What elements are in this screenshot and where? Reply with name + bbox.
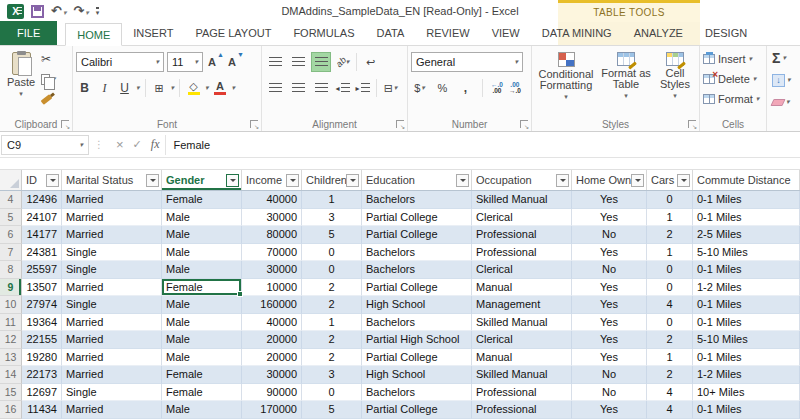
- column-header-marital_status[interactable]: Marital Status: [62, 170, 162, 190]
- cell-gender-row8[interactable]: Male: [162, 261, 242, 279]
- cell-home_owner-row8[interactable]: No: [572, 261, 647, 279]
- paste-button[interactable]: Paste ▾: [3, 49, 39, 115]
- row-number-7[interactable]: 7: [0, 244, 22, 262]
- cell-id-row16[interactable]: 11434: [22, 401, 62, 419]
- cell-education-row9[interactable]: Partial College: [362, 279, 472, 297]
- conditional-formatting-button[interactable]: Conditional Formatting ▾: [535, 49, 597, 115]
- dialog-launcher-font[interactable]: [250, 120, 258, 128]
- cancel-entry-button[interactable]: ×: [116, 137, 124, 152]
- filter-button-marital_status[interactable]: [146, 174, 159, 187]
- cell-cars-row13[interactable]: 1: [647, 349, 693, 367]
- autosum-button[interactable]: Σ▾: [770, 48, 800, 68]
- cell-cars-row15[interactable]: 4: [647, 384, 693, 402]
- cell-occupation-row6[interactable]: Professional: [472, 226, 572, 244]
- wrap-text-button[interactable]: ↩: [362, 53, 379, 72]
- decrease-font-size-button[interactable]: A▼: [226, 53, 243, 72]
- cell-children-row7[interactable]: 0: [302, 244, 362, 262]
- cell-children-row8[interactable]: 0: [302, 261, 362, 279]
- align-left-button[interactable]: [265, 78, 285, 98]
- comma-style-button[interactable]: ,: [457, 79, 474, 98]
- cell-cars-row11[interactable]: 0: [647, 314, 693, 332]
- cell-id-row4[interactable]: 12496: [22, 191, 62, 209]
- cell-marital_status-row14[interactable]: Married: [62, 366, 162, 384]
- cell-education-row5[interactable]: Partial College: [362, 209, 472, 227]
- cell-commute_distance-row15[interactable]: 10+ Miles: [693, 384, 800, 402]
- borders-button[interactable]: ⊞: [151, 79, 168, 98]
- cell-income-row5[interactable]: 30000: [242, 209, 302, 227]
- column-header-education[interactable]: Education: [362, 170, 472, 190]
- cell-income-row14[interactable]: 30000: [242, 366, 302, 384]
- filter-button-occupation[interactable]: [556, 174, 569, 187]
- filter-button-children[interactable]: [346, 174, 359, 187]
- tab-data[interactable]: DATA: [366, 22, 416, 45]
- cell-occupation-row5[interactable]: Clerical: [472, 209, 572, 227]
- cell-income-row13[interactable]: 20000: [242, 349, 302, 367]
- cell-children-row10[interactable]: 2: [302, 296, 362, 314]
- tab-file[interactable]: FILE: [0, 21, 57, 45]
- underline-button[interactable]: U: [116, 79, 133, 98]
- bottom-align-button[interactable]: [311, 52, 331, 72]
- dialog-launcher-number[interactable]: [520, 120, 528, 128]
- cell-gender-row16[interactable]: Male: [162, 401, 242, 419]
- row-number-13[interactable]: 13: [0, 349, 22, 367]
- cell-commute_distance-row8[interactable]: 0-1 Miles: [693, 261, 800, 279]
- row-number-8[interactable]: 8: [0, 261, 22, 279]
- insert-cells-button[interactable]: Insert▾: [703, 49, 763, 69]
- cell-occupation-row7[interactable]: Professional: [472, 244, 572, 262]
- cell-education-row15[interactable]: Bachelors: [362, 384, 472, 402]
- cell-children-row11[interactable]: 1: [302, 314, 362, 332]
- cell-income-row11[interactable]: 40000: [242, 314, 302, 332]
- cell-occupation-row4[interactable]: Skilled Manual: [472, 191, 572, 209]
- filter-button-gender[interactable]: [226, 174, 239, 187]
- row-number-10[interactable]: 10: [0, 296, 22, 314]
- cut-button[interactable]: ✂: [39, 49, 58, 69]
- cell-cars-row8[interactable]: 0: [647, 261, 693, 279]
- cell-gender-row6[interactable]: Male: [162, 226, 242, 244]
- column-header-occupation[interactable]: Occupation: [472, 170, 572, 190]
- cell-cars-row7[interactable]: 1: [647, 244, 693, 262]
- cell-commute_distance-row9[interactable]: 1-2 Miles: [693, 279, 800, 297]
- middle-align-button[interactable]: [288, 52, 308, 72]
- filter-button-home_owner[interactable]: [631, 174, 644, 187]
- cell-occupation-row8[interactable]: Clerical: [472, 261, 572, 279]
- cell-marital_status-row15[interactable]: Single: [62, 384, 162, 402]
- cell-occupation-row10[interactable]: Management: [472, 296, 572, 314]
- cell-commute_distance-row13[interactable]: 0-1 Miles: [693, 349, 800, 367]
- cell-styles-button[interactable]: Cell Styles ▾: [655, 49, 695, 115]
- top-align-button[interactable]: [265, 52, 285, 72]
- tab-data-mining[interactable]: DATA MINING: [531, 22, 623, 45]
- decrease-indent-button[interactable]: ◂: [334, 79, 351, 98]
- cell-children-row9[interactable]: 2: [302, 279, 362, 297]
- cell-home_owner-row10[interactable]: Yes: [572, 296, 647, 314]
- cell-marital_status-row10[interactable]: Single: [62, 296, 162, 314]
- number-format-select[interactable]: General▾: [411, 52, 523, 72]
- cell-home_owner-row7[interactable]: Yes: [572, 244, 647, 262]
- format-painter-button[interactable]: [39, 89, 58, 109]
- cell-gender-row7[interactable]: Male: [162, 244, 242, 262]
- tab-design[interactable]: DESIGN: [694, 22, 758, 45]
- cell-gender-row11[interactable]: Male: [162, 314, 242, 332]
- row-number-15[interactable]: 15: [0, 384, 22, 402]
- row-number-4[interactable]: 4: [0, 191, 22, 209]
- dialog-launcher-styles[interactable]: [688, 120, 696, 128]
- fill-color-button[interactable]: ◇: [185, 79, 202, 98]
- cell-education-row6[interactable]: Partial College: [362, 226, 472, 244]
- undo-button[interactable]: ↶▾: [51, 4, 66, 19]
- cell-commute_distance-row6[interactable]: 2-5 Miles: [693, 226, 800, 244]
- cell-commute_distance-row4[interactable]: 0-1 Miles: [693, 191, 800, 209]
- cell-gender-row14[interactable]: Female: [162, 366, 242, 384]
- cell-home_owner-row13[interactable]: Yes: [572, 349, 647, 367]
- align-right-button[interactable]: [311, 78, 331, 98]
- cell-income-row8[interactable]: 30000: [242, 261, 302, 279]
- cell-id-row12[interactable]: 22155: [22, 331, 62, 349]
- tab-insert[interactable]: INSERT: [122, 22, 184, 45]
- cell-income-row4[interactable]: 40000: [242, 191, 302, 209]
- merge-center-button[interactable]: ⊟▾: [382, 79, 399, 98]
- cell-income-row10[interactable]: 160000: [242, 296, 302, 314]
- cell-occupation-row12[interactable]: Clerical: [472, 331, 572, 349]
- cell-children-row5[interactable]: 3: [302, 209, 362, 227]
- copy-button[interactable]: ▾: [39, 69, 58, 89]
- cell-occupation-row13[interactable]: Manual: [472, 349, 572, 367]
- cell-id-row6[interactable]: 14177: [22, 226, 62, 244]
- row-number-11[interactable]: 11: [0, 314, 22, 332]
